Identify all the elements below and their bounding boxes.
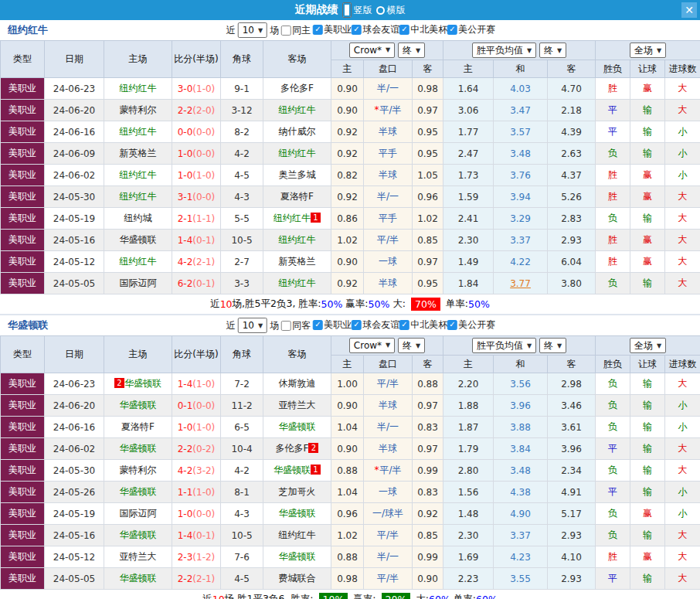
match-row[interactable]: 美职业24-05-19国际迈阿1-0(0-0)4-3华盛顿联0.96一/球半0.… bbox=[1, 503, 700, 525]
cell-corners: 4-5 bbox=[221, 165, 263, 186]
match-row[interactable]: 美职业24-05-16华盛顿联1-4(0-1)10-5纽约红牛1.02平/半0.… bbox=[1, 525, 700, 546]
cell-handicap-home-odds: 0.98 bbox=[331, 568, 364, 590]
checkbox-icon[interactable] bbox=[399, 320, 409, 330]
layout-radio-vertical[interactable]: 竖版 bbox=[342, 2, 372, 18]
cell-result-handicap: 赢 bbox=[630, 78, 665, 100]
match-row[interactable]: 美职业24-06-09新英格兰1-0(0-0)4-2纽约红牛0.92平手0.95… bbox=[1, 143, 700, 165]
col-header: 类型 bbox=[1, 336, 45, 373]
cell-score: 1-0(0-0) bbox=[172, 503, 221, 525]
cell-date: 24-06-20 bbox=[45, 100, 104, 121]
checkbox-icon[interactable] bbox=[352, 25, 362, 35]
checkbox-icon[interactable] bbox=[281, 26, 291, 36]
cell-result-goals: 大 bbox=[665, 373, 700, 395]
cell-home-team: 纽约红牛 bbox=[104, 251, 172, 273]
match-row[interactable]: 美职业24-06-02纽约红牛1-0(1-0)4-5奥兰多城0.82半球1.05… bbox=[1, 165, 700, 186]
match-row[interactable]: 美职业24-05-19纽约城2-1(1-1)5-5纽约红牛10.86平手1.02… bbox=[1, 208, 700, 230]
full-match-select[interactable]: 全场▼ bbox=[630, 338, 666, 353]
odds-avg-select[interactable]: 胜平负均值▼ bbox=[472, 43, 536, 58]
checkbox-icon[interactable] bbox=[447, 320, 457, 330]
match-row[interactable]: 美职业24-05-26华盛顿联1-1(1-0)8-1芝加哥火1.04一球0.83… bbox=[1, 482, 700, 503]
summary-segment: 50% bbox=[468, 298, 490, 310]
match-count-select[interactable]: 10▼ bbox=[238, 318, 267, 333]
sub-header: 进球数 bbox=[665, 356, 700, 373]
handicap-final-select[interactable]: 终▼ bbox=[398, 338, 425, 353]
league-checkbox[interactable]: 美职业 bbox=[313, 23, 352, 36]
match-row[interactable]: 美职业24-05-16华盛顿联1-4(0-1)10-5纽约红牛1.02平/半0.… bbox=[1, 230, 700, 251]
team-name: 亚特兰大 bbox=[279, 400, 316, 410]
league-checkbox[interactable]: 中北美杯 bbox=[399, 23, 447, 36]
league-checkbox[interactable]: 美公开赛 bbox=[447, 23, 495, 36]
full-match-select[interactable]: 全场▼ bbox=[630, 43, 666, 58]
match-row[interactable]: 美职业24-06-20华盛顿联0-1(0-0)11-2亚特兰大0.90半球0.9… bbox=[1, 395, 700, 417]
cell-avg-home-odds: 1.84 bbox=[443, 273, 494, 294]
odds-final-select[interactable]: 终▼ bbox=[539, 43, 566, 58]
bookmaker-select[interactable]: Crow*▼ bbox=[349, 338, 395, 353]
odds-final-select[interactable]: 终▼ bbox=[539, 338, 566, 353]
team-name: 纽约红牛 bbox=[120, 191, 157, 202]
col-header: 比分(半场) bbox=[172, 41, 221, 78]
team-name: 夏洛特F bbox=[280, 191, 314, 202]
match-row[interactable]: 美职业24-05-30蒙特利尔4-2(3-2)4-2华盛顿联10.88*平/半0… bbox=[1, 460, 700, 482]
cell-result-wdl: 负 bbox=[596, 395, 630, 417]
cell-avg-draw-odds: 3.37 bbox=[494, 525, 548, 546]
cell-avg-home-odds: 1.77 bbox=[443, 121, 494, 143]
col-header: 客场 bbox=[263, 336, 331, 373]
bookmaker-select[interactable]: Crow*▼ bbox=[349, 43, 395, 58]
radio-unselected-icon[interactable] bbox=[376, 6, 385, 15]
checkbox-icon[interactable] bbox=[447, 25, 457, 35]
cell-handicap-home-odds: 0.96 bbox=[331, 503, 364, 525]
match-row[interactable]: 美职业24-06-16夏洛特F1-0(1-0)6-5华盛顿联1.04半/一0.8… bbox=[1, 417, 700, 438]
cell-avg-draw-odds: 3.88 bbox=[494, 417, 548, 438]
card-badge: 1 bbox=[311, 465, 321, 475]
cell-score: 2-2(0-2) bbox=[172, 438, 221, 460]
league-checkbox[interactable]: 球会友谊 bbox=[352, 23, 399, 36]
close-button[interactable]: ✕ bbox=[681, 2, 697, 18]
chevron-down-icon: ▼ bbox=[258, 27, 263, 34]
cell-home-team: 国际迈阿 bbox=[104, 503, 172, 525]
match-row[interactable]: 美职业24-06-23纽约红牛3-0(1-0)9-1多伦多F0.90半/一0.9… bbox=[1, 78, 700, 100]
same-side-checkbox[interactable]: 同客 bbox=[281, 319, 311, 332]
handicap-final-select[interactable]: 终▼ bbox=[398, 43, 425, 58]
radio-selected-icon[interactable] bbox=[342, 2, 352, 18]
match-row[interactable]: 美职业24-06-02华盛顿联2-2(0-2)10-4多伦多F20.90半球0.… bbox=[1, 438, 700, 460]
cell-avg-away-odds: 2.93 bbox=[548, 568, 596, 590]
checkbox-icon[interactable] bbox=[399, 25, 409, 35]
match-row[interactable]: 美职业24-05-12纽约红牛4-2(2-1)2-7新英格兰0.90一球0.97… bbox=[1, 251, 700, 273]
cell-avg-home-odds: 1.59 bbox=[443, 186, 494, 208]
league-checkbox[interactable]: 球会友谊 bbox=[352, 318, 399, 332]
league-label: 美职业 bbox=[324, 23, 352, 36]
match-row[interactable]: 美职业24-05-05国际迈阿6-2(0-1)3-3纽约红牛0.92半球0.95… bbox=[1, 273, 700, 294]
cell-handicap-home-odds: 0.92 bbox=[331, 186, 364, 208]
match-row[interactable]: 美职业24-06-232华盛顿联1-4(1-0)7-2休斯敦迪1.00平/半0.… bbox=[1, 373, 700, 395]
cell-handicap-line: 一球 bbox=[364, 251, 413, 273]
league-checkbox[interactable]: 中北美杯 bbox=[399, 318, 447, 332]
checkbox-icon[interactable] bbox=[313, 320, 323, 330]
match-row[interactable]: 美职业24-05-30纽约红牛3-1(0-0)4-3夏洛特F0.92半/一0.9… bbox=[1, 186, 700, 208]
cell-handicap-away-odds: 0.85 bbox=[413, 230, 443, 251]
cell-handicap-line: 半/一 bbox=[364, 186, 413, 208]
cell-result-handicap: 输 bbox=[630, 373, 665, 395]
league-checkbox[interactable]: 美公开赛 bbox=[447, 318, 495, 332]
checkbox-icon[interactable] bbox=[313, 25, 323, 35]
match-row[interactable]: 美职业24-06-16纽约红牛0-0(0-0)8-2纳什威尔0.92半球0.95… bbox=[1, 121, 700, 143]
col-header: 主场 bbox=[104, 336, 172, 373]
chevron-down-icon: ▼ bbox=[657, 342, 661, 349]
checkbox-icon[interactable] bbox=[281, 321, 291, 331]
league-checkbox[interactable]: 美职业 bbox=[313, 318, 352, 332]
cell-score: 1-0(1-0) bbox=[172, 165, 221, 186]
cell-home-team: 华盛顿联 bbox=[104, 482, 172, 503]
match-row[interactable]: 美职业24-06-20蒙特利尔2-2(2-0)3-12纽约红牛0.90*平/半0… bbox=[1, 100, 700, 121]
summary-segment: 大: bbox=[413, 593, 429, 599]
team-name: 华盛顿联 bbox=[120, 234, 157, 245]
layout-radio-horizontal[interactable]: 横版 bbox=[376, 4, 406, 17]
cell-handicap-home-odds: 0.92 bbox=[331, 143, 364, 165]
checkbox-icon[interactable] bbox=[352, 320, 362, 330]
summary-segment: 60% bbox=[429, 594, 450, 599]
same-side-checkbox[interactable]: 同主 bbox=[281, 24, 311, 37]
odds-avg-select[interactable]: 胜平负均值▼ bbox=[472, 338, 536, 353]
match-count-select[interactable]: 10▼ bbox=[238, 22, 267, 38]
match-row[interactable]: 美职业24-05-05华盛顿联2-2(2-1)4-5费城联合0.98平/半0.9… bbox=[1, 568, 700, 590]
cell-handicap-line: 半/一 bbox=[364, 417, 413, 438]
match-row[interactable]: 美职业24-05-12亚特兰大2-3(1-2)7-6华盛顿联0.88半/一0.9… bbox=[1, 546, 700, 568]
cell-result-goals: 大 bbox=[665, 568, 700, 590]
